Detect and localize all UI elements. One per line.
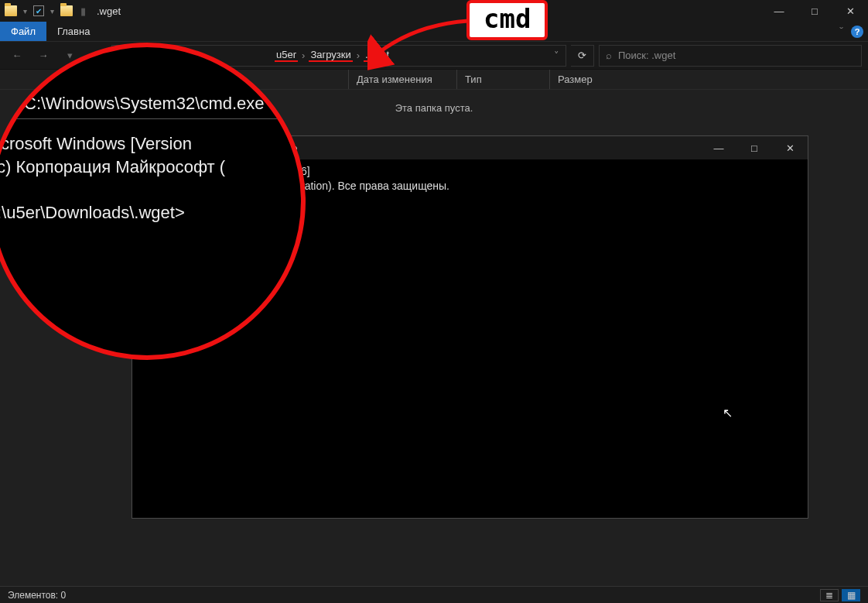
breadcrumb-user[interactable]: u5er <box>275 49 298 62</box>
column-size[interactable]: Размер <box>549 70 627 89</box>
chevron-right-icon[interactable]: › <box>299 50 307 61</box>
view-icons-button[interactable]: ▦ <box>842 589 860 601</box>
breadcrumb-wget[interactable]: .wget <box>364 49 391 62</box>
search-box[interactable]: ⌕ Поиск: .wget <box>599 45 862 67</box>
zoom-annotation: C:\ C:\Windows\System32\cmd.exe icrosoft… <box>0 43 306 360</box>
chevron-right-icon[interactable]: › <box>354 50 362 61</box>
status-bar: Элементов: 0 ≣ ▦ <box>0 586 868 603</box>
explorer-titlebar[interactable]: ▾ ✔ ▾ ▮ .wget — □ ✕ <box>0 0 868 22</box>
cmd-maximize-button[interactable]: □ <box>736 136 772 159</box>
window-title: .wget <box>97 5 121 17</box>
window-controls: — □ ✕ <box>761 0 868 22</box>
status-element-count: Элементов: 0 <box>8 590 66 601</box>
cmd-close-button[interactable]: ✕ <box>772 136 808 159</box>
forward-button[interactable]: → <box>32 45 54 67</box>
separator <box>0 118 301 119</box>
close-button[interactable]: ✕ <box>832 0 868 22</box>
annotation-label: cmd <box>466 0 548 40</box>
ribbon-collapse-icon[interactable]: ˇ <box>838 26 845 38</box>
properties-icon[interactable]: ✔ <box>33 5 44 16</box>
ribbon-tabs: Файл Главна ˇ ? <box>0 22 868 42</box>
refresh-button[interactable]: ⟳ <box>571 45 594 67</box>
zoom-titlebar: C:\ C:\Windows\System32\cmd.exe <box>1 94 265 114</box>
minimize-button[interactable]: — <box>761 0 797 22</box>
tab-file[interactable]: Файл <box>0 22 46 41</box>
chevron-down-icon[interactable]: ▾ <box>22 7 29 15</box>
column-date[interactable]: Дата изменения <box>348 70 456 89</box>
zoom-cmd-output: icrosoft Windows [Version с) Корпорация … <box>0 132 297 224</box>
search-icon: ⌕ <box>606 50 612 61</box>
help-icon[interactable]: ? <box>851 26 863 38</box>
cmd-minimize-button[interactable]: — <box>701 136 736 159</box>
chevron-down-icon[interactable]: ▾ <box>49 7 56 15</box>
quick-access-toolbar: ▾ ✔ ▾ ▮ .wget <box>5 5 121 17</box>
folder-icon <box>5 5 17 16</box>
back-button[interactable]: ← <box>6 45 28 67</box>
chevron-down-icon[interactable]: ˅ <box>554 50 559 61</box>
mouse-cursor-icon: ↖ <box>723 406 733 420</box>
separator: ▮ <box>80 5 86 17</box>
breadcrumb-downloads[interactable]: Загрузки <box>309 49 352 62</box>
zoom-title-text: C:\Windows\System32\cmd.exe <box>24 94 265 114</box>
search-placeholder: Поиск: .wget <box>618 50 675 61</box>
new-folder-icon[interactable] <box>60 5 73 16</box>
view-details-button[interactable]: ≣ <box>820 589 839 601</box>
column-type[interactable]: Тип <box>456 70 549 89</box>
tab-home[interactable]: Главна <box>46 22 101 41</box>
maximize-button[interactable]: □ <box>797 0 832 22</box>
